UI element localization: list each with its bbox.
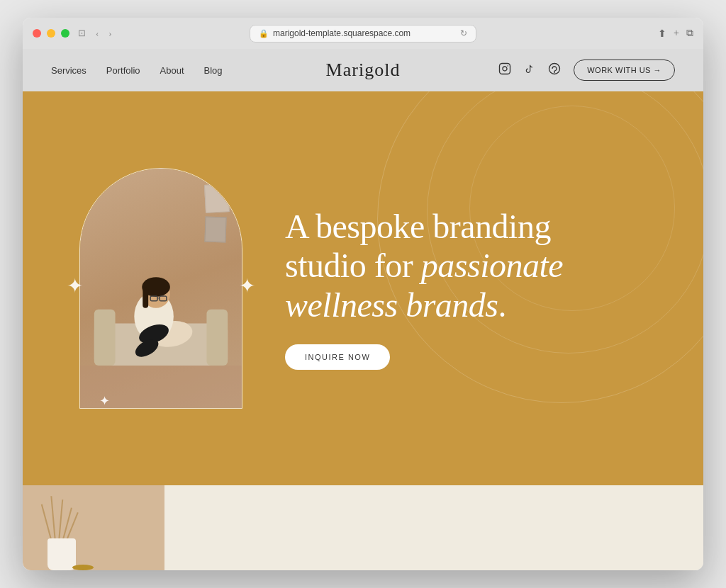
hero-heading: A bespoke branding studio for passionate… bbox=[285, 207, 661, 324]
navigation: Services Portfolio About Blog Marigold bbox=[23, 49, 703, 91]
nav-link-blog[interactable]: Blog bbox=[204, 65, 223, 76]
close-button[interactable] bbox=[33, 29, 41, 38]
pinterest-icon[interactable] bbox=[548, 62, 561, 78]
share-icon[interactable]: ⬆ bbox=[658, 28, 666, 40]
inquire-now-button[interactable]: INQUIRE NOW bbox=[285, 344, 390, 370]
tabs-icon[interactable]: ⧉ bbox=[686, 28, 693, 39]
new-tab-icon[interactable]: + bbox=[674, 28, 679, 39]
bottom-strip bbox=[23, 485, 703, 570]
arch-photo bbox=[80, 169, 242, 408]
url-text: marigold-template.squarespace.com bbox=[273, 28, 411, 38]
hero-text-block: A bespoke branding studio for passionate… bbox=[285, 207, 703, 370]
hero-heading-line2: studio for bbox=[285, 247, 421, 284]
site-logo[interactable]: Marigold bbox=[326, 60, 401, 81]
instagram-icon[interactable] bbox=[498, 62, 511, 78]
nav-link-services[interactable]: Services bbox=[51, 65, 86, 76]
minimize-button[interactable] bbox=[47, 29, 55, 38]
mac-window: ⊡ ‹ › 🔒 marigold-template.squarespace.co… bbox=[23, 18, 703, 570]
svg-rect-7 bbox=[206, 310, 228, 366]
sidebar-toggle-icon[interactable]: ⊡ bbox=[75, 26, 89, 40]
back-button[interactable]: ‹ bbox=[93, 26, 101, 40]
person-illustration bbox=[80, 169, 242, 408]
tiktok-icon[interactable] bbox=[524, 62, 535, 78]
svg-rect-12 bbox=[143, 287, 148, 308]
reed-stick-5 bbox=[65, 512, 79, 542]
nav-controls: ⊡ ‹ › bbox=[75, 26, 115, 40]
traffic-lights bbox=[33, 29, 69, 38]
hero-heading-wellness: wellness brands bbox=[285, 286, 498, 324]
svg-rect-4 bbox=[80, 366, 242, 407]
lock-icon: 🔒 bbox=[259, 29, 269, 38]
bottom-left-image bbox=[23, 485, 164, 570]
title-bar-right-controls: ⬆ + ⧉ bbox=[658, 28, 693, 40]
hero-heading-period: . bbox=[498, 286, 507, 324]
maximize-button[interactable] bbox=[61, 29, 69, 38]
hero-heading-italic: passionate bbox=[421, 247, 563, 284]
arch-container: ✦ ✦ ✦ bbox=[79, 168, 242, 409]
svg-point-2 bbox=[508, 65, 509, 67]
nav-link-portfolio[interactable]: Portfolio bbox=[106, 65, 140, 76]
forward-button[interactable]: › bbox=[106, 26, 114, 40]
bottom-right-area bbox=[164, 485, 703, 570]
reed-stick-2 bbox=[50, 496, 56, 542]
hero-heading-line1: A bespoke branding bbox=[285, 208, 551, 245]
website-content: Services Portfolio About Blog Marigold bbox=[23, 49, 703, 570]
svg-point-1 bbox=[503, 67, 507, 71]
nav-link-about[interactable]: About bbox=[160, 65, 184, 76]
address-bar[interactable]: 🔒 marigold-template.squarespace.com ↻ bbox=[250, 25, 476, 43]
reed-stick-1 bbox=[41, 504, 52, 543]
hero-section: ✦ ✦ ✦ A bespoke branding studio for pass… bbox=[23, 91, 703, 485]
arch-frame bbox=[79, 168, 242, 409]
work-with-us-button[interactable]: WORK WITH US → bbox=[574, 60, 675, 81]
diffuser-vase bbox=[48, 538, 76, 570]
svg-rect-6 bbox=[94, 310, 116, 366]
svg-rect-0 bbox=[500, 64, 510, 74]
refresh-button[interactable]: ↻ bbox=[460, 28, 467, 39]
reed-diffuser bbox=[37, 492, 94, 570]
nav-left-links: Services Portfolio About Blog bbox=[51, 65, 223, 76]
title-bar: ⊡ ‹ › 🔒 marigold-template.squarespace.co… bbox=[23, 18, 703, 49]
nav-right: WORK WITH US → bbox=[498, 60, 675, 81]
